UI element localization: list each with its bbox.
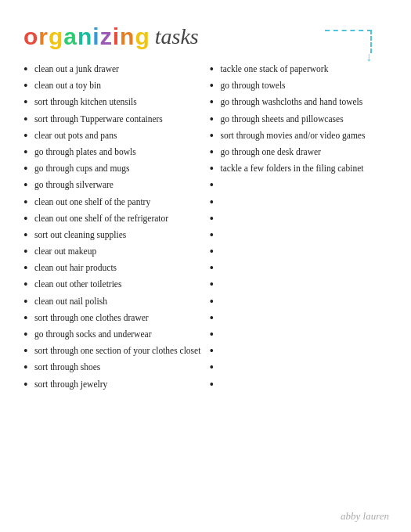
bullet-icon: • <box>210 327 218 342</box>
bullet-icon: • <box>210 261 218 275</box>
list-item: • <box>210 178 388 192</box>
item-text: sort through kitchen utensils <box>34 95 202 110</box>
item-text: go through washcloths and hand towels <box>221 95 388 110</box>
list-item: •sort out cleaning supplies <box>23 228 202 243</box>
item-text: sort through one clothes drawer <box>34 311 202 325</box>
bullet-icon: • <box>210 377 218 392</box>
bullet-icon: • <box>210 195 218 210</box>
item-text: clean out one shelf of the refrigerator <box>34 212 202 226</box>
bullet-icon: • <box>23 178 31 192</box>
item-text: go through socks and underwear <box>34 328 202 342</box>
list-item: •clean out one shelf of the refrigerator <box>23 212 202 226</box>
bullet-icon: • <box>23 128 31 143</box>
bullet-icon: • <box>23 145 31 160</box>
item-text: tackle one stack of paperwork <box>221 63 388 77</box>
list-item: • <box>210 311 388 325</box>
list-item: •go through silverware <box>23 178 202 192</box>
bullet-icon: • <box>23 78 31 93</box>
bullet-icon: • <box>210 228 218 243</box>
list-item: • <box>210 261 388 275</box>
list-item: •tackle one stack of paperwork <box>210 63 388 77</box>
left-task-list: •clean out a junk drawer•clean out a toy… <box>23 63 202 392</box>
list-item: •sort through jewelry <box>23 378 202 392</box>
item-text: clear out pots and pans <box>34 129 202 143</box>
item-text: clean out a junk drawer <box>34 63 202 77</box>
list-item: •go through towels <box>210 79 388 93</box>
item-text: go through towels <box>221 79 388 93</box>
arrow-icon: ↓ <box>366 50 372 64</box>
item-text: sort through shoes <box>34 361 202 375</box>
bullet-icon: • <box>210 211 218 226</box>
list-item: •clean out hair products <box>23 261 202 275</box>
list-item: • <box>210 361 388 375</box>
bullet-icon: • <box>23 112 31 127</box>
bullet-icon: • <box>23 95 31 110</box>
bullet-icon: • <box>23 228 31 243</box>
list-item: •sort through shoes <box>23 361 202 375</box>
bullet-icon: • <box>23 244 31 259</box>
bullet-icon: • <box>23 211 31 226</box>
bullet-icon: • <box>210 178 218 192</box>
item-text: go through cups and mugs <box>34 162 202 176</box>
list-item: •go through sheets and pillowcases <box>210 113 388 127</box>
right-task-list: •tackle one stack of paperwork•go throug… <box>210 63 388 392</box>
signature: abby lauren <box>341 510 389 523</box>
item-text: clean out one shelf of the pantry <box>34 196 202 210</box>
item-text: sort through movies and/or video games <box>221 129 388 143</box>
bullet-icon: • <box>210 161 218 176</box>
list-item: • <box>210 295 388 309</box>
list-item: • <box>210 245 388 259</box>
header: organizing tasks ↓ <box>23 23 388 50</box>
bullet-icon: • <box>210 277 218 292</box>
item-text: clear out makeup <box>34 245 202 259</box>
list-item: • <box>210 344 388 358</box>
bullet-icon: • <box>23 327 31 342</box>
item-text: go through silverware <box>34 178 202 192</box>
list-item: •sort through Tupperware containers <box>23 113 202 127</box>
bullet-icon: • <box>210 343 218 358</box>
list-item: •sort through one clothes drawer <box>23 311 202 325</box>
bullet-icon: • <box>23 360 31 375</box>
item-text: tackle a few folders in the filing cabin… <box>221 162 388 176</box>
bullet-icon: • <box>23 311 31 325</box>
left-column: •clean out a junk drawer•clean out a toy… <box>23 63 202 394</box>
bullet-icon: • <box>210 145 218 160</box>
list-item: •go through plates and bowls <box>23 146 202 160</box>
item-text: clean out hair products <box>34 261 202 275</box>
list-item: •clear out makeup <box>23 245 202 259</box>
bullet-icon: • <box>210 360 218 375</box>
list-item: •clean out a junk drawer <box>23 63 202 77</box>
item-text: clean out nail polish <box>34 295 202 309</box>
bullet-icon: • <box>23 294 31 309</box>
list-item: •go through cups and mugs <box>23 162 202 176</box>
bullet-icon: • <box>210 244 218 259</box>
bullet-icon: • <box>23 161 31 176</box>
list-item: •clean out nail polish <box>23 295 202 309</box>
list-item: • <box>210 196 388 210</box>
item-text: sort out cleaning supplies <box>34 228 202 243</box>
list-item: •clear out pots and pans <box>23 129 202 143</box>
list-item: •clean out other toiletries <box>23 278 202 292</box>
bullet-icon: • <box>210 128 218 143</box>
list-item: •sort through one section of your clothe… <box>23 344 202 358</box>
bullet-icon: • <box>23 261 31 275</box>
organizing-title: organizing <box>23 23 150 50</box>
item-text: clean out other toiletries <box>34 278 202 292</box>
dashed-corner-decoration <box>325 30 372 53</box>
bullet-icon: • <box>23 62 31 77</box>
list-item: • <box>210 378 388 392</box>
item-text: clean out a toy bin <box>34 79 202 93</box>
bullet-icon: • <box>23 343 31 358</box>
bullet-icon: • <box>210 95 218 110</box>
item-text: sort through one section of your clothes… <box>34 344 202 358</box>
bullet-icon: • <box>210 112 218 127</box>
list-item: • go through one desk drawer <box>210 146 388 160</box>
task-columns: •clean out a junk drawer•clean out a toy… <box>23 63 388 394</box>
list-item: •sort through kitchen utensils <box>23 95 202 110</box>
list-item: •sort through movies and/or video games <box>210 129 388 143</box>
list-item: •tackle a few folders in the filing cabi… <box>210 162 388 176</box>
list-item: • <box>210 328 388 342</box>
bullet-icon: • <box>23 277 31 292</box>
list-item: •go through washcloths and hand towels <box>210 95 388 110</box>
item-text: go through plates and bowls <box>34 146 202 160</box>
